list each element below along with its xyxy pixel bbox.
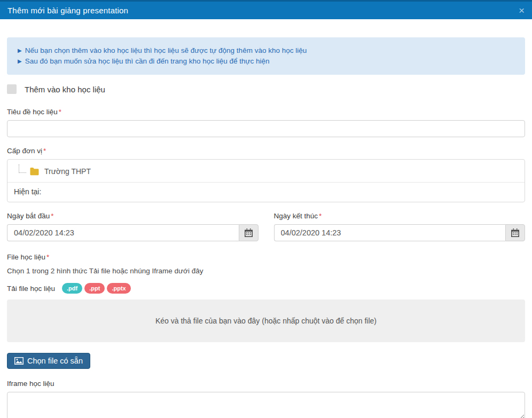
add-to-repo-label: Thêm vào kho học liệu [25,85,105,94]
start-date-input[interactable] [7,224,239,241]
notice-text: Sau đó bạn muốn sửa học liệu thì cần đi … [25,56,270,67]
required-asterisk: * [59,108,61,116]
title-input[interactable] [7,120,525,137]
end-date-field: Ngày kết thúc* [274,212,526,241]
unit-label: Cấp đơn vị* [7,147,525,155]
choose-existing-file-label: Chọn file có sẵn [27,357,83,365]
upload-row: Tải file học liệu .pdf .ppt .pptx [7,283,525,294]
end-date-label: Ngày kết thúc* [274,212,526,220]
dropzone-text: Kéo và thả file của bạn vào đây (hoặc nh… [155,317,377,325]
title-label: Tiêu đề học liệu* [7,108,525,116]
modal-title: Thêm mới bài giảng presentation [7,6,128,15]
start-date-field: Ngày bắt đầu* [7,212,259,241]
tree-connector [19,164,26,173]
notice-box: ▶ Nếu bạn chọn thêm vào kho học liệu thì… [7,37,525,75]
modal-body: ▶ Nếu bạn chọn thêm vào kho học liệu thì… [0,37,532,418]
badge-pptx: .pptx [107,283,130,294]
file-label: File học liệu* [7,253,525,261]
badge-ppt: .ppt [84,283,105,294]
badge-pdf: .pdf [62,283,82,294]
notice-line: ▶ Nếu bạn chọn thêm vào kho học liệu thì… [18,45,514,56]
iframe-input[interactable] [7,392,525,418]
image-icon [14,357,24,365]
unit-tree-box: Trường THPT Hiện tại: [7,159,525,202]
notice-text: Nếu bạn chọn thêm vào kho học liệu thì h… [25,45,307,56]
calendar-icon[interactable] [505,224,525,241]
modal-header: Thêm mới bài giảng presentation × [0,0,532,19]
file-note: Chọn 1 trong 2 hình thức Tải file hoặc n… [7,267,525,275]
file-dropzone[interactable]: Kéo và thả file của bạn vào đây (hoặc nh… [7,299,525,342]
add-to-repo-row: Thêm vào kho học liệu [7,84,525,94]
choose-existing-file-button[interactable]: Chọn file có sẵn [7,353,90,369]
tree-node-truong-thpt[interactable]: Trường THPT [7,160,525,182]
required-asterisk: * [51,212,53,220]
required-asterisk: * [43,147,46,155]
current-unit-text: Hiện tại: [7,183,525,202]
add-to-repo-checkbox[interactable] [7,84,17,94]
start-date-label: Ngày bắt đầu* [7,212,259,220]
required-asterisk: * [319,212,322,220]
bullet-icon: ▶ [18,56,22,67]
folder-icon [29,167,40,176]
required-asterisk: * [46,253,49,261]
end-date-input[interactable] [274,224,506,241]
iframe-label: Iframe học liệu [7,380,525,388]
upload-label: Tải file học liệu [7,285,55,293]
close-icon[interactable]: × [519,5,525,15]
tree-node-label: Trường THPT [44,167,91,176]
dates-row: Ngày bắt đầu* Ngày kết thúc* [7,212,525,241]
file-type-badges: .pdf .ppt .pptx [62,283,131,294]
notice-line: ▶ Sau đó bạn muốn sửa học liệu thì cần đ… [18,56,514,67]
bullet-icon: ▶ [18,45,22,56]
calendar-icon[interactable] [239,224,259,241]
